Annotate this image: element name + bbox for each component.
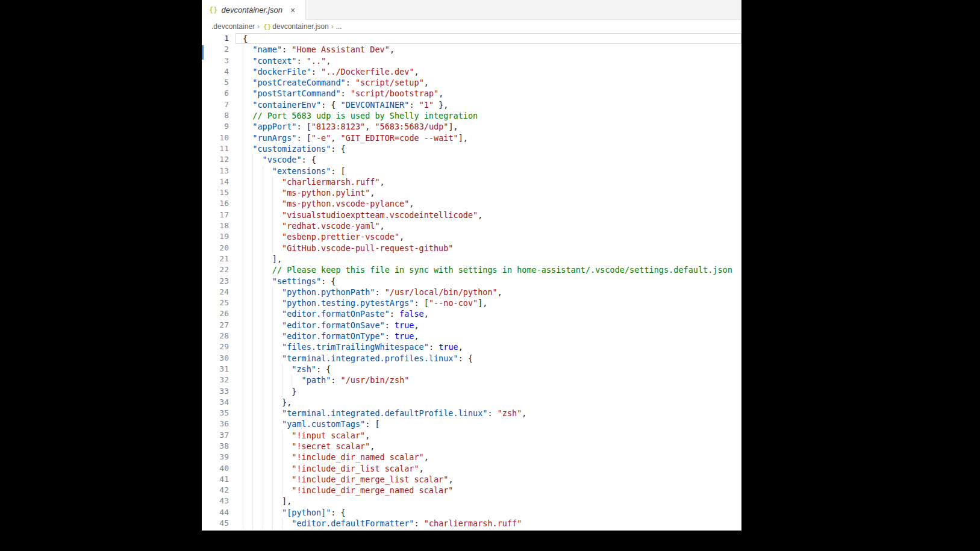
code-line-text: "postStartCommand": "script/bootstrap", [243, 88, 741, 99]
line-number[interactable]: 21 [202, 254, 229, 264]
line-number[interactable]: 40 [202, 463, 229, 474]
code-line[interactable]: 41 "!include_dir_merge_list scalar", [202, 474, 741, 485]
line-number[interactable]: 1 [202, 33, 229, 44]
line-number[interactable]: 23 [202, 276, 229, 287]
line-number[interactable]: 31 [202, 364, 229, 375]
code-line[interactable]: 38 "!secret scalar", [202, 441, 741, 452]
line-number[interactable]: 12 [202, 154, 229, 165]
code-line[interactable]: 43 ], [202, 496, 741, 506]
line-number[interactable]: 14 [202, 176, 229, 187]
code-line[interactable]: 24 "python.pythonPath": "/usr/local/bin/… [202, 287, 741, 297]
code-line[interactable]: 7 "containerEnv": { "DEVCONTAINER": "1" … [202, 99, 741, 110]
code-line[interactable]: 33 } [202, 386, 741, 397]
code-line[interactable]: 44 "[python]": { [202, 507, 741, 518]
line-number[interactable]: 34 [202, 397, 229, 408]
token-punctuation: , [424, 309, 429, 319]
line-number[interactable]: 39 [202, 452, 229, 462]
line-number[interactable]: 16 [202, 198, 229, 209]
code-line[interactable]: 28 "editor.formatOnType": true, [202, 331, 741, 341]
line-number[interactable]: 6 [202, 88, 229, 99]
line-number[interactable]: 13 [202, 166, 229, 176]
line-number[interactable]: 18 [202, 220, 229, 231]
code-line[interactable]: 27 "editor.formatOnSave": true, [202, 320, 741, 331]
line-number[interactable]: 7 [202, 99, 229, 110]
code-line[interactable]: 15 "ms-python.pylint", [202, 187, 741, 198]
code-line[interactable]: 37 "!input scalar", [202, 430, 741, 441]
breadcrumb-file[interactable]: devcontainer.json [272, 22, 328, 31]
line-number[interactable]: 32 [202, 375, 229, 385]
line-number[interactable]: 37 [202, 430, 229, 441]
code-line[interactable]: 10 "runArgs": ["-e", "GIT_EDITOR=code --… [202, 132, 741, 143]
line-number[interactable]: 29 [202, 341, 229, 352]
code-line[interactable]: 9 "appPort": ["8123:8123", "5683:5683/ud… [202, 121, 741, 132]
code-line[interactable]: 11 "customizations": { [202, 143, 741, 154]
code-line[interactable]: 26 "editor.formatOnPaste": false, [202, 308, 741, 319]
code-line[interactable]: 20 "GitHub.vscode-pull-request-github" [202, 243, 741, 254]
line-number[interactable]: 15 [202, 187, 229, 198]
token-whitespace [243, 199, 282, 208]
line-number[interactable]: 43 [202, 496, 229, 506]
tab-devcontainer-json[interactable]: {} devcontainer.json × [202, 0, 306, 20]
code-line[interactable]: 30 "terminal.integrated.profiles.linux":… [202, 353, 741, 364]
code-line[interactable]: 13 "extensions": [ [202, 166, 741, 176]
code-line[interactable]: 40 "!include_dir_list scalar", [202, 463, 741, 474]
breadcrumb-symbol[interactable]: ... [336, 22, 342, 31]
code-line[interactable]: 39 "!include_dir_named scalar", [202, 452, 741, 462]
token-whitespace [243, 144, 252, 154]
code-line[interactable]: 22 // Please keep this file in sync with… [202, 264, 741, 275]
line-number[interactable]: 22 [202, 264, 229, 275]
code-line[interactable]: 42 "!include_dir_merge_named scalar" [202, 485, 741, 496]
line-number[interactable]: 27 [202, 320, 229, 331]
line-number[interactable]: 45 [202, 518, 229, 529]
line-number[interactable]: 30 [202, 353, 229, 364]
code-line[interactable]: 17 "visualstudioexptteam.vscodeintellico… [202, 210, 741, 220]
code-line[interactable]: 36 "yaml.customTags": [ [202, 419, 741, 429]
line-number[interactable]: 24 [202, 287, 229, 297]
code-line[interactable]: 6 "postStartCommand": "script/bootstrap"… [202, 88, 741, 99]
line-number[interactable]: 17 [202, 210, 229, 220]
code-editor[interactable]: 1{2 "name": "Home Assistant Dev",3 "cont… [202, 33, 741, 531]
code-line[interactable]: 5 "postCreateCommand": "script/setup", [202, 77, 741, 88]
line-number[interactable]: 8 [202, 110, 229, 121]
line-number[interactable]: 33 [202, 386, 229, 397]
line-number[interactable]: 5 [202, 77, 229, 88]
code-line[interactable]: 14 "charliermarsh.ruff", [202, 176, 741, 187]
line-number[interactable]: 2 [202, 44, 229, 55]
line-number[interactable]: 9 [202, 121, 229, 132]
code-line[interactable]: 12 "vscode": { [202, 154, 741, 165]
code-line[interactable]: 45 "editor.defaultFormatter": "charlierm… [202, 518, 741, 529]
code-line[interactable]: 25 "python.testing.pytestArgs": ["--no-c… [202, 297, 741, 308]
code-line[interactable]: 34 }, [202, 397, 741, 408]
code-line[interactable]: 1{ [202, 33, 741, 44]
line-number[interactable]: 11 [202, 143, 229, 154]
line-number[interactable]: 38 [202, 441, 229, 452]
line-number[interactable]: 3 [202, 55, 229, 66]
code-line[interactable]: 32 "path": "/usr/bin/zsh" [202, 375, 741, 385]
code-line[interactable]: 29 "files.trimTrailingWhitespace": true, [202, 341, 741, 352]
line-number[interactable]: 44 [202, 507, 229, 518]
line-number[interactable]: 36 [202, 419, 229, 429]
code-line[interactable]: 19 "esbenp.prettier-vscode", [202, 231, 741, 242]
line-number[interactable]: 28 [202, 331, 229, 341]
code-line[interactable]: 8 // Port 5683 udp is used by Shelly int… [202, 110, 741, 121]
code-line[interactable]: 35 "terminal.integrated.defaultProfile.l… [202, 408, 741, 419]
code-line[interactable]: 4 "dockerFile": "../Dockerfile.dev", [202, 66, 741, 77]
breadcrumb-folder[interactable]: .devcontainer [211, 22, 255, 31]
code-line[interactable]: 31 "zsh": { [202, 364, 741, 375]
code-line[interactable]: 21 ], [202, 254, 741, 264]
line-number[interactable]: 42 [202, 485, 229, 496]
line-number[interactable]: 4 [202, 66, 229, 77]
code-line[interactable]: 16 "ms-python.vscode-pylance", [202, 198, 741, 209]
code-line[interactable]: 23 "settings": { [202, 276, 741, 287]
tab-close-icon[interactable]: × [289, 5, 297, 15]
line-number[interactable]: 10 [202, 132, 229, 143]
line-number[interactable]: 25 [202, 297, 229, 308]
line-number[interactable]: 41 [202, 474, 229, 485]
line-number[interactable]: 26 [202, 308, 229, 319]
code-line[interactable]: 2 "name": "Home Assistant Dev", [202, 44, 741, 55]
line-number[interactable]: 20 [202, 243, 229, 254]
line-number[interactable]: 19 [202, 231, 229, 242]
code-line[interactable]: 3 "context": "..", [202, 55, 741, 66]
line-number[interactable]: 35 [202, 408, 229, 419]
code-line[interactable]: 18 "redhat.vscode-yaml", [202, 220, 741, 231]
